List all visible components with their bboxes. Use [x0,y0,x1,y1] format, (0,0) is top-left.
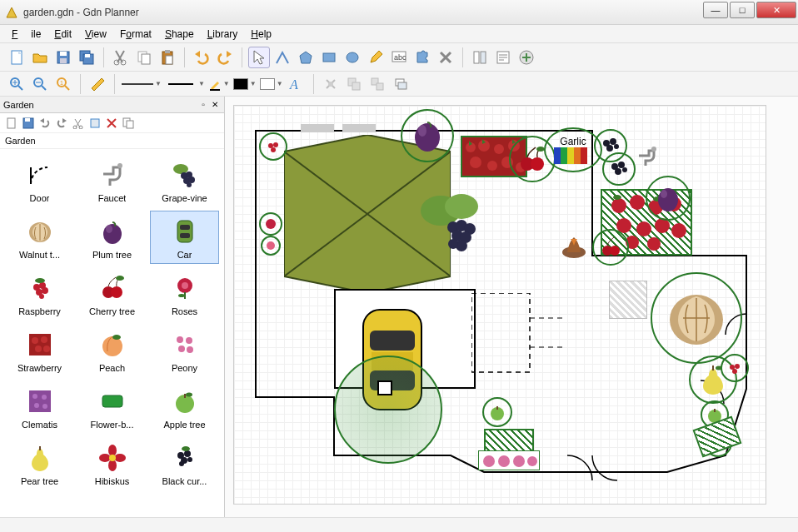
new-button[interactable] [6,47,27,68]
shape-item-faucet[interactable]: Faucet [77,154,147,207]
sp-undo-icon[interactable] [37,116,52,131]
save-button[interactable] [52,47,74,68]
add-button[interactable] [516,47,537,68]
cherry-tree[interactable] [592,229,629,266]
delete-button[interactable] [435,47,456,68]
walnut-tree[interactable] [651,272,742,364]
puzzle-tool[interactable] [411,47,433,68]
redo-button[interactable] [214,47,236,68]
sp-cut-icon[interactable] [71,116,86,131]
save-all-button[interactable] [76,47,97,68]
zoom-actual-button[interactable]: 1 [52,73,74,95]
sp-new-icon[interactable] [4,116,19,131]
plum-tree[interactable] [646,176,691,221]
raspberry[interactable] [721,354,749,382]
ungroup-button[interactable] [367,73,388,95]
line-color-dropdown[interactable]: ▼ [208,77,230,91]
copy-button[interactable] [133,47,155,68]
sidepanel-close-icon[interactable]: ✕ [209,99,221,111]
lawn-circle[interactable] [334,355,442,464]
shape-item-cherry[interactable]: Cherry tree [77,267,147,321]
cut-button[interactable] [110,47,132,68]
shape-item-car[interactable]: Car [150,211,219,264]
rose[interactable] [261,236,281,256]
shape-item-rose[interactable]: Roses [150,267,219,321]
polygon-tool[interactable] [295,47,317,68]
text-tool[interactable]: abc [388,47,410,68]
sp-redo-icon[interactable] [54,116,69,131]
group-button[interactable] [343,73,365,95]
apple-tree[interactable] [482,397,512,427]
ruler-button[interactable] [87,73,108,95]
properties-button[interactable] [492,47,514,68]
zoom-out-button[interactable] [29,73,51,95]
sp-save-icon[interactable] [21,116,36,131]
menu-format[interactable]: Format [113,27,158,42]
driveway[interactable] [471,293,563,376]
sp-edit-icon[interactable] [87,116,102,131]
menu-file[interactable]: File [5,27,47,42]
sp-copy-icon[interactable] [121,116,136,131]
path-strip[interactable] [301,124,334,132]
garlic-bed[interactable]: Garlic [544,127,602,172]
shape-item-flowerbed[interactable]: Flower-b... [77,380,147,434]
paste-button[interactable] [157,47,178,68]
sidepanel-garden: Garden ▫ ✕ Garden DoorFaucetGrape-vineWa… [0,97,225,517]
sidepanel-float-icon[interactable]: ▫ [197,99,209,111]
undo-button[interactable] [191,47,212,68]
svg-point-86 [112,335,121,340]
menu-help[interactable]: Help [244,27,278,42]
fill-color2-dropdown[interactable]: ▼ [260,78,283,90]
line-style-dropdown[interactable]: ▼ [122,78,162,90]
pen-tool[interactable] [365,47,387,68]
menu-library[interactable]: Library [201,27,245,42]
paved-area[interactable] [609,281,647,319]
shape-item-blackcurrant[interactable]: Black cur... [150,437,219,490]
well[interactable] [377,380,392,395]
zoom-in-button[interactable] [6,73,27,95]
rose[interactable] [259,212,282,236]
faucet[interactable] [634,146,659,171]
shape-item-peach[interactable]: Peach [77,324,147,377]
rect-tool[interactable] [318,47,340,68]
grape-vine[interactable] [416,186,491,261]
shape-item-pear[interactable]: Pear tree [5,437,74,490]
tool-a[interactable] [320,73,342,95]
shape-item-strawberry[interactable]: Strawberry [5,324,74,377]
line-weight-dropdown[interactable]: ▼ [165,78,205,90]
raspberry[interactable] [259,132,287,161]
shape-item-door[interactable]: Door [5,154,74,207]
shape-item-apple[interactable]: Apple tree [150,380,219,434]
ellipse-tool[interactable] [342,47,363,68]
shape-item-clematis[interactable]: Clematis [5,380,74,434]
shape-item-hibiscus[interactable]: Hibiskus [77,437,147,490]
svg-point-149 [445,194,478,219]
layers-button[interactable] [390,73,411,95]
peony-bed[interactable] [478,450,540,470]
fill-color-dropdown[interactable]: ▼ [233,78,257,90]
svg-rect-39 [352,82,360,90]
canvas-area[interactable]: Garlic [225,97,798,517]
line-tool[interactable] [272,47,293,68]
shape-item-peony[interactable]: Peony [150,324,219,377]
menu-edit[interactable]: Edit [47,27,78,42]
maximize-button[interactable]: □ [730,2,755,18]
pointer-tool[interactable] [248,47,270,68]
black-currant[interactable] [602,152,636,186]
font-button[interactable]: A [286,73,307,95]
shape-item-walnut[interactable]: Walnut t... [5,211,74,264]
plum-tree[interactable] [401,109,454,162]
canvas[interactable]: Garlic [233,105,766,505]
minimize-button[interactable]: — [703,2,728,18]
shape-item-grape[interactable]: Grape-vine [150,154,219,207]
menu-shape[interactable]: Shape [158,27,201,42]
menu-view[interactable]: View [78,27,113,42]
path-strip[interactable] [342,124,376,132]
stump[interactable] [559,231,589,261]
open-button[interactable] [29,47,51,68]
library-toggle[interactable] [469,47,491,68]
shape-item-raspberry[interactable]: Raspberry [5,267,74,321]
shape-item-plum[interactable]: Plum tree [77,211,147,264]
sp-delete-icon[interactable] [104,116,119,131]
close-button[interactable]: ✕ [756,2,796,18]
